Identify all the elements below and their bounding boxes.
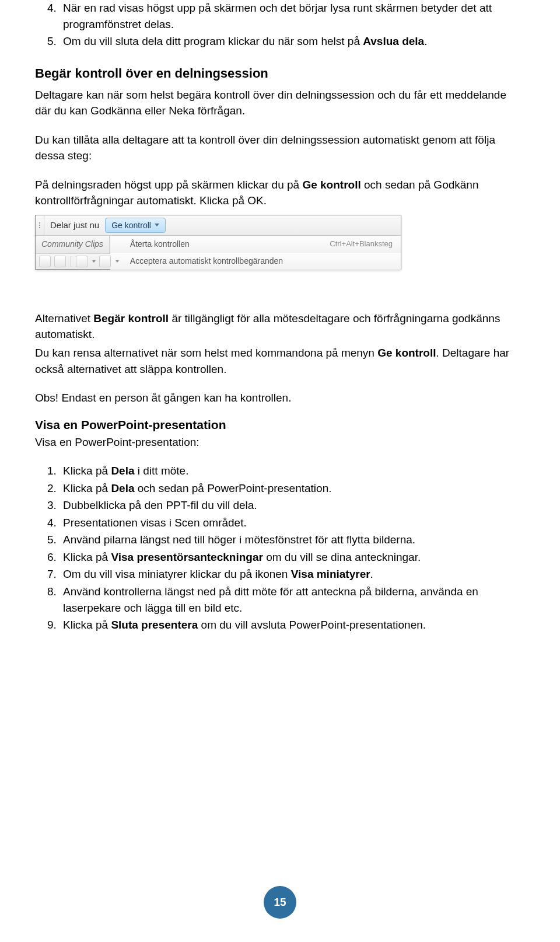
- text-bold: Dela: [111, 465, 134, 477]
- paragraph: Du kan rensa alternativet när som helst …: [35, 345, 525, 377]
- text-bold: Begär kontroll: [93, 312, 169, 325]
- paragraph: Du kan tillåta alla deltagare att ta kon…: [35, 132, 525, 164]
- text-bold: Avslua dela: [363, 35, 424, 47]
- text-bold: Visa presentörsanteckningar: [111, 551, 262, 563]
- text: Presentationen visas i Scen området.: [63, 517, 247, 529]
- text: Använd pilarna längst ned till höger i m…: [63, 533, 415, 546]
- page: När en rad visas högst upp på skärmen oc…: [0, 0, 560, 942]
- list-item: Klicka på Dela och sedan på PowerPoint-p…: [60, 480, 525, 497]
- tab-community-clips[interactable]: Community Clips: [36, 236, 110, 253]
- ribbon-icon: [54, 256, 66, 267]
- button-label: Ge kontroll: [111, 221, 151, 230]
- chevron-down-icon: [92, 260, 96, 263]
- dropdown-menu: Återta kontrollen Ctrl+Alt+Blanksteg Acc…: [110, 236, 401, 253]
- paragraph: På delningsraden högst upp på skärmen kl…: [35, 177, 525, 209]
- text: Klicka på: [63, 465, 111, 477]
- list-item: Dubbelklicka på den PPT-fil du vill dela…: [60, 497, 525, 514]
- list-item: Om du vill visa miniatyrer klickar du på…: [60, 566, 525, 582]
- list-item: Om du vill sluta dela ditt program klick…: [60, 33, 525, 50]
- ribbon-icon: [99, 256, 111, 267]
- text: Dubbelklicka på den PPT-fil du vill dela…: [63, 499, 257, 511]
- chevron-down-icon: [155, 224, 159, 226]
- text: Om du vill sluta dela ditt program klick…: [63, 35, 363, 47]
- paragraph: Visa en PowerPoint-presentation:: [35, 434, 525, 451]
- paragraph: Obs! Endast en person åt gången kan ha k…: [35, 390, 525, 406]
- ribbon-icon: [39, 256, 51, 267]
- page-number: 15: [274, 896, 286, 909]
- text: Klicka på: [63, 482, 111, 494]
- text: Du kan rensa alternativet när som helst …: [35, 347, 377, 359]
- sharing-label: Delar just nu: [44, 220, 105, 230]
- menu-item-auto-accept[interactable]: Acceptera automatiskt kontrollbegäranden: [110, 253, 401, 270]
- give-control-button[interactable]: Ge kontroll: [105, 218, 166, 233]
- list-item: Klicka på Sluta presentera om du vill av…: [60, 617, 525, 633]
- screenshot-ge-kontroll: Delar just nu Ge kontroll Community Clip…: [35, 215, 401, 270]
- text: om du vill avsluta PowerPoint-presentati…: [198, 619, 426, 631]
- text: i ditt möte.: [135, 465, 189, 477]
- menu-shortcut: Ctrl+Alt+Blanksteg: [330, 239, 393, 248]
- paragraph: Alternativet Begär kontroll är tillgängl…: [35, 310, 525, 343]
- text-bold: Ge kontroll: [377, 347, 436, 359]
- list-powerpoint: Klicka på Dela i ditt möte. Klicka på De…: [35, 463, 525, 633]
- text: På delningsraden högst upp på skärmen kl…: [35, 179, 302, 191]
- text-bold: Ge kontroll: [302, 179, 360, 191]
- list-item: När en rad visas högst upp på skärmen oc…: [60, 0, 525, 32]
- list-item: Använd pilarna längst ned till höger i m…: [60, 532, 525, 548]
- text-bold: Sluta presentera: [111, 619, 198, 631]
- separator: [71, 256, 71, 267]
- heading-request-control: Begär kontroll över en delningsession: [35, 66, 525, 81]
- grip-icon: [36, 215, 44, 235]
- text: om du vill se dina anteckningar.: [263, 551, 421, 563]
- text: och sedan på PowerPoint-presentation.: [135, 482, 332, 494]
- text: Använd kontrollerna längst ned på ditt m…: [63, 585, 478, 614]
- text: Alternativet: [35, 312, 93, 325]
- sharing-bar: Delar just nu Ge kontroll: [36, 215, 401, 236]
- text: Om du vill visa miniatyrer klickar du på…: [63, 568, 291, 580]
- row-menu: Community Clips Återta kontrollen Ctrl+A…: [36, 236, 401, 253]
- page-number-badge: 15: [264, 886, 296, 919]
- text-bold: Dela: [111, 482, 134, 494]
- list-item: Presentationen visas i Scen området.: [60, 515, 525, 531]
- list-item: Klicka på Dela i ditt möte.: [60, 463, 525, 479]
- menu-label: Acceptera automatiskt kontrollbegäranden: [130, 256, 283, 266]
- list-item: Använd kontrollerna längst ned på ditt m…: [60, 584, 525, 616]
- chevron-down-icon: [116, 260, 119, 263]
- text: .: [424, 35, 427, 47]
- menu-item-take-back[interactable]: Återta kontrollen Ctrl+Alt+Blanksteg: [110, 236, 401, 253]
- menu-label: Återta kontrollen: [130, 239, 190, 249]
- ribbon-icon: [76, 256, 88, 267]
- text: Klicka på: [63, 619, 111, 631]
- list-top: När en rad visas högst upp på skärmen oc…: [35, 0, 525, 50]
- text: När en rad visas högst upp på skärmen oc…: [63, 2, 492, 30]
- heading-powerpoint: Visa en PowerPoint-presentation: [35, 418, 525, 432]
- text-bold: Visa miniatyrer: [291, 568, 370, 580]
- text: .: [370, 568, 373, 580]
- list-item: Klicka på Visa presentörsanteckningar om…: [60, 549, 525, 566]
- paragraph: Deltagare kan när som helst begära kontr…: [35, 87, 525, 119]
- text: Klicka på: [63, 551, 111, 563]
